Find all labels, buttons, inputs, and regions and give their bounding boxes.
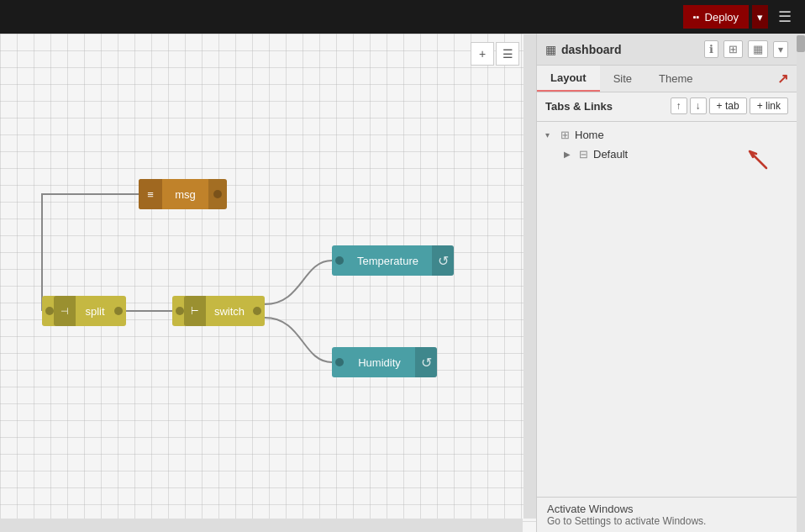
move-down-button[interactable]: ↓ xyxy=(690,97,707,114)
tab-layout[interactable]: Layout xyxy=(537,66,600,92)
tree-item-default[interactable]: ▶ ⊟ Default xyxy=(537,145,797,164)
topbar: ▪▪ Deploy ▾ ☰ xyxy=(0,0,805,34)
home-chevron-icon: ▾ xyxy=(545,130,555,140)
group-button[interactable]: ⊞ xyxy=(723,40,743,58)
split-node[interactable]: ⊣ split xyxy=(42,296,126,326)
switch-node[interactable]: ⊢ switch xyxy=(172,296,265,326)
external-link-icon: ↗ xyxy=(777,71,788,86)
home-label: Home xyxy=(575,129,604,141)
deploy-button[interactable]: ▪▪ Deploy xyxy=(683,5,749,29)
humidity-node-end: ↺ xyxy=(415,347,437,377)
humidity-node-label: Humidity xyxy=(344,356,415,369)
temperature-node-label: Temperature xyxy=(344,255,432,267)
split-node-icon: ⊣ xyxy=(54,296,76,326)
activate-windows-subtitle: Go to Settings to activate Windows. xyxy=(547,515,787,527)
switch-node-input-port xyxy=(176,307,184,315)
msg-node-end xyxy=(208,179,227,209)
deploy-icon: ▪▪ xyxy=(693,12,700,22)
default-label: Default xyxy=(593,148,628,161)
wires-layer xyxy=(0,34,536,532)
msg-node-label: msg xyxy=(162,188,208,201)
activate-windows-title: Activate Windows xyxy=(547,503,787,515)
tabs-links-label: Tabs & Links xyxy=(545,100,613,113)
info-button[interactable]: ℹ xyxy=(704,40,718,58)
msg-node-icon: ≡ xyxy=(139,179,162,209)
msg-node[interactable]: ≡ msg xyxy=(139,179,227,209)
tab-site[interactable]: Site xyxy=(600,66,645,92)
panel-header: ▦ dashboard ℹ ⊞ ▦ ▾ xyxy=(537,34,797,66)
activate-windows-banner: Activate Windows Go to Settings to activ… xyxy=(537,497,797,532)
default-chevron-icon: ▶ xyxy=(564,150,574,159)
split-node-label: split xyxy=(76,305,114,318)
tab-theme[interactable]: Theme xyxy=(645,66,706,92)
tab-external-link[interactable]: ↗ xyxy=(769,66,797,92)
tree-item-home[interactable]: ▾ ⊞ Home xyxy=(537,125,797,145)
tabs-links-section: Tabs & Links ↑ ↓ + tab + link xyxy=(537,91,797,122)
switch-node-icon: ⊢ xyxy=(184,296,206,326)
split-node-input-port xyxy=(45,307,54,315)
panel-title: dashboard xyxy=(561,43,699,56)
deploy-caret-button[interactable]: ▾ xyxy=(752,5,768,29)
switch-node-output-port xyxy=(253,307,261,315)
tabs-links-actions: ↑ ↓ + tab + link xyxy=(671,97,788,114)
panel-caret-button[interactable]: ▾ xyxy=(773,41,788,58)
move-up-button[interactable]: ↑ xyxy=(671,97,687,114)
temperature-node-end: ↺ xyxy=(432,245,454,276)
panel-scrollbar[interactable] xyxy=(797,34,805,532)
switch-node-label: switch xyxy=(206,305,253,318)
list-button[interactable]: ☰ xyxy=(496,42,519,66)
add-link-button[interactable]: + link xyxy=(750,97,788,114)
canvas-scrollbar-horizontal[interactable] xyxy=(0,519,523,532)
panel-scrollbar-thumb xyxy=(797,35,805,52)
home-grid-icon: ⊞ xyxy=(560,129,570,141)
msg-node-output-port xyxy=(213,190,222,198)
temperature-node-input-port xyxy=(335,256,344,265)
chart-button[interactable]: ▦ xyxy=(748,40,768,58)
add-tab-button[interactable]: + tab xyxy=(709,97,747,114)
temperature-node[interactable]: Temperature ↺ xyxy=(332,245,454,276)
menu-button[interactable]: ☰ xyxy=(771,5,798,29)
default-grid-icon: ⊟ xyxy=(579,148,588,161)
split-node-output-port xyxy=(114,307,123,315)
tree-area[interactable]: ▾ ⊞ Home ▶ ⊟ Default xyxy=(537,122,797,497)
canvas-scrollbar-vertical[interactable] xyxy=(524,34,536,519)
canvas-toolbar: + ☰ xyxy=(471,42,519,66)
dashboard-icon: ▦ xyxy=(545,43,556,56)
deploy-caret-icon: ▾ xyxy=(757,11,763,24)
hamburger-icon: ☰ xyxy=(778,8,792,26)
humidity-node-input-port xyxy=(335,358,344,366)
add-node-button[interactable]: + xyxy=(471,42,494,66)
humidity-node[interactable]: Humidity ↺ xyxy=(332,347,437,377)
deploy-label: Deploy xyxy=(705,11,739,24)
right-panel: ▦ dashboard ℹ ⊞ ▦ ▾ Layout Site Theme ↗ … xyxy=(536,34,797,532)
canvas-area[interactable]: + ☰ ≡ msg ⊣ xyxy=(0,34,536,532)
panel-tabs: Layout Site Theme ↗ xyxy=(537,66,797,92)
main-area: + ☰ ≡ msg ⊣ xyxy=(0,34,805,532)
